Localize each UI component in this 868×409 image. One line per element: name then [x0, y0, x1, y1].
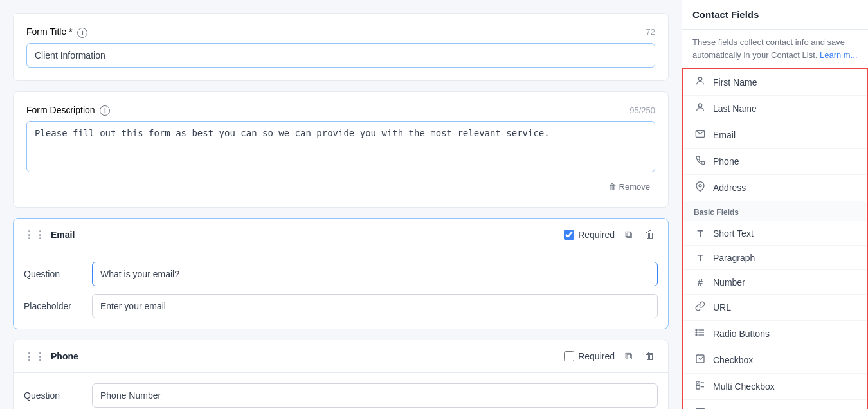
email-field-title: ⋮⋮ Email [24, 229, 75, 241]
right-sidebar: Contact Fields These fields collect cont… [682, 0, 868, 409]
phone-field-body: Question [14, 373, 668, 409]
form-description-info-icon[interactable]: i [100, 105, 110, 116]
svg-point-0 [698, 77, 701, 80]
sidebar-item-short-text[interactable]: T Short Text [683, 221, 867, 246]
email-question-row: Question [24, 262, 658, 286]
form-description-label-row: Form Description i 95/250 [26, 105, 655, 116]
form-title-text: Form Title [26, 26, 66, 37]
svg-point-9 [696, 334, 697, 336]
form-description-section: Form Description i 95/250 Please fill ou… [13, 91, 669, 208]
email-title-text: Email [51, 230, 75, 240]
sidebar-description: These fields collect contact info and sa… [682, 30, 868, 68]
sidebar-item-address[interactable]: Address [683, 175, 867, 201]
contact-fields-list: First Name Last Name Email Phone [683, 69, 867, 201]
phone-icon [694, 155, 707, 168]
sidebar-item-checkbox[interactable]: Checkbox [683, 347, 867, 374]
basic-fields-list: T Short Text T Paragraph # Number URL [683, 221, 867, 409]
svg-rect-10 [696, 355, 704, 363]
radio-buttons-label: Radio Buttons [713, 329, 770, 339]
trash-icon: 🗑 [608, 182, 617, 192]
form-title-label-row: Form Title * i 72 [26, 26, 655, 38]
number-label: Number [713, 277, 745, 287]
phone-field-label: Phone [713, 156, 739, 167]
checkbox-icon [694, 354, 707, 367]
sidebar-item-radio-buttons[interactable]: Radio Buttons [683, 321, 867, 347]
form-title-section: Form Title * i 72 [13, 13, 669, 81]
sidebar-item-multi-checkbox[interactable]: Multi Checkbox [683, 374, 867, 400]
email-placeholder-label: Placeholder [24, 301, 82, 311]
form-description-text: Form Description [26, 105, 95, 115]
short-text-icon: T [694, 228, 707, 239]
phone-drag-handle[interactable]: ⋮⋮ [24, 350, 46, 363]
phone-field-header: ⋮⋮ Phone Required ⧉ 🗑 [14, 340, 668, 373]
basic-fields-label: Basic Fields [683, 201, 867, 221]
email-icon [694, 129, 707, 141]
email-placeholder-input[interactable] [92, 294, 658, 318]
phone-question-input[interactable] [92, 383, 658, 408]
sidebar-item-paragraph[interactable]: T Paragraph [683, 246, 867, 270]
email-required-row: Required [564, 230, 615, 240]
remove-label: Remove [619, 182, 650, 192]
svg-point-8 [696, 332, 697, 333]
svg-point-3 [699, 185, 701, 187]
email-field-block: ⋮⋮ Email Required ⧉ 🗑 Question Placehold… [13, 218, 669, 329]
phone-question-row: Question [24, 383, 658, 408]
sidebar-contact-fields-group: First Name Last Name Email Phone [682, 68, 868, 409]
email-field-header: ⋮⋮ Email Required ⧉ 🗑 [14, 219, 668, 251]
multi-checkbox-icon [694, 380, 707, 393]
remove-button[interactable]: 🗑 Remove [603, 179, 655, 194]
email-required-checkbox[interactable] [564, 230, 574, 240]
email-required-label: Required [578, 230, 615, 240]
svg-point-7 [696, 329, 697, 331]
sidebar-learn-more-link[interactable]: Learn m... [820, 50, 858, 60]
dropdown-icon [694, 406, 707, 409]
form-title-label: Form Title * i [26, 26, 87, 38]
sidebar-item-url[interactable]: URL [683, 295, 867, 321]
phone-delete-button[interactable]: 🗑 [642, 349, 658, 363]
email-copy-button[interactable]: ⧉ [622, 228, 635, 242]
form-description-char-count: 95/250 [629, 105, 655, 115]
phone-field-title: ⋮⋮ Phone [24, 350, 78, 363]
checkbox-label: Checkbox [713, 355, 753, 365]
phone-required-label: Required [578, 351, 615, 361]
email-delete-button[interactable]: 🗑 [642, 228, 658, 242]
email-question-label: Question [24, 269, 82, 279]
email-field-label: Email [713, 130, 736, 140]
main-form-area: Form Title * i 72 Form Description i 95/… [0, 0, 682, 409]
svg-rect-13 [696, 386, 700, 389]
short-text-label: Short Text [713, 228, 754, 239]
phone-copy-button[interactable]: ⧉ [622, 349, 635, 363]
form-title-info-icon[interactable]: i [77, 28, 87, 38]
phone-question-label: Question [24, 390, 82, 401]
email-field-actions: Required ⧉ 🗑 [564, 228, 658, 242]
url-icon [694, 301, 707, 314]
remove-row: 🗑 Remove [26, 179, 655, 194]
email-question-input[interactable] [92, 262, 658, 286]
sidebar-header: Contact Fields [682, 0, 868, 30]
sidebar-item-dropdown[interactable]: Dropdown [683, 400, 867, 409]
phone-required-checkbox[interactable] [564, 351, 574, 361]
sidebar-item-first-name[interactable]: First Name [683, 69, 867, 96]
email-field-body: Question Placeholder [14, 251, 668, 329]
email-drag-handle[interactable]: ⋮⋮ [24, 229, 46, 241]
person-icon-1 [694, 76, 707, 89]
address-icon [694, 181, 707, 194]
required-star: * [69, 26, 72, 37]
email-placeholder-row: Placeholder [24, 294, 658, 318]
form-description-label: Form Description i [26, 105, 110, 116]
address-label: Address [713, 183, 746, 193]
last-name-label: Last Name [713, 104, 757, 114]
url-label: URL [713, 302, 731, 313]
phone-field-block: ⋮⋮ Phone Required ⧉ 🗑 Question [13, 340, 669, 409]
sidebar-item-email[interactable]: Email [683, 122, 867, 149]
form-title-input[interactable] [26, 43, 655, 68]
phone-field-actions: Required ⧉ 🗑 [564, 349, 658, 363]
sidebar-item-number[interactable]: # Number [683, 270, 867, 295]
phone-title-text: Phone [51, 351, 78, 361]
sidebar-item-last-name[interactable]: Last Name [683, 96, 867, 122]
paragraph-icon: T [694, 252, 707, 263]
first-name-label: First Name [713, 77, 757, 87]
sidebar-item-phone[interactable]: Phone [683, 149, 867, 175]
svg-point-1 [698, 104, 701, 107]
form-description-input[interactable]: Please fill out this form as best you ca… [26, 121, 655, 172]
